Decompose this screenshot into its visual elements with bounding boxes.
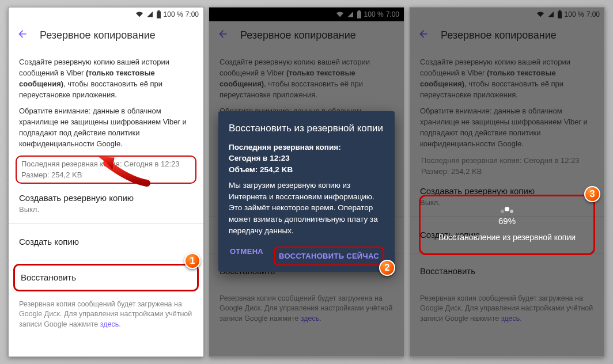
divider <box>9 223 203 224</box>
dialog-body: Мы загрузим резервную копию из Интернета… <box>229 180 384 236</box>
confirm-highlight: ВОССТАНОВИТЬ СЕЙЧАС 2 <box>274 247 384 266</box>
auto-backup-value: Выкл. <box>19 204 193 215</box>
divider <box>9 260 203 260</box>
clock-text: 7:00 <box>186 10 199 18</box>
annotation-badge-3: 3 <box>584 186 600 202</box>
footer-text: Резервная копия сообщений будет загружен… <box>19 299 193 330</box>
dialog-title: Восстановить из резервной копии <box>229 122 384 136</box>
dialog-last-value: Сегодня в 12:23 <box>229 153 384 164</box>
last-backup-text: Последняя резервная копия: Сегодня в 12:… <box>21 159 191 170</box>
restore-highlight: Восстановить 1 <box>13 264 199 291</box>
create-backup-button[interactable]: Создать копию <box>19 227 193 256</box>
app-bar: Резервное копирование <box>9 21 203 49</box>
progress-highlight: 69% Восстановление из резервной копии 3 <box>419 195 595 255</box>
backup-size-text: Размер: 254,2 KB <box>21 170 191 181</box>
intro-text-1: Создайте резервную копию вашей истории с… <box>19 57 193 100</box>
battery-icon <box>156 10 161 18</box>
intro-text-2: Обратите внимание: данные в облачном хра… <box>19 106 193 149</box>
dialog-actions: ОТМЕНА ВОССТАНОВИТЬ СЕЙЧАС 2 <box>229 244 384 266</box>
signal-icon <box>146 11 154 18</box>
modal-overlay <box>410 7 604 357</box>
restore-now-button[interactable]: ВОССТАНОВИТЬ СЕЙЧАС <box>279 252 379 260</box>
progress-percent: 69% <box>426 216 588 226</box>
screenshot-1: 100 % 7:00 Резервное копирование Создайт… <box>8 7 204 357</box>
screenshot-3: 100 % 7:00 Резервное копирование Создайт… <box>409 7 605 357</box>
footer-link[interactable]: здесь <box>100 320 119 328</box>
back-arrow-icon[interactable] <box>17 28 28 43</box>
annotation-badge-2: 2 <box>379 260 395 276</box>
restore-dialog: Восстановить из резервной копии Последня… <box>218 111 395 272</box>
spinner-icon <box>505 207 509 211</box>
wifi-icon <box>135 11 143 18</box>
restore-button[interactable]: Восстановить <box>21 271 191 284</box>
cancel-button[interactable]: ОТМЕНА <box>230 247 263 266</box>
content: Создайте резервную копию вашей истории с… <box>9 49 203 338</box>
auto-backup-title[interactable]: Создавать резервную копию <box>19 192 193 204</box>
battery-text: 100 % <box>164 10 183 18</box>
annotation-badge-1: 1 <box>184 253 200 269</box>
backup-info-highlight: Последняя резервная копия: Сегодня в 12:… <box>16 156 196 184</box>
status-bar: 100 % 7:00 <box>9 7 203 21</box>
page-title: Резервное копирование <box>40 29 156 41</box>
progress-label: Восстановление из резервной копии <box>426 233 588 242</box>
screenshot-2: 100 % 7:00 Резервное копирование Создайт… <box>209 7 404 357</box>
dialog-size: Объем: 254,2 KB <box>229 164 384 176</box>
dialog-last-label: Последняя резервная копия: <box>229 142 384 153</box>
